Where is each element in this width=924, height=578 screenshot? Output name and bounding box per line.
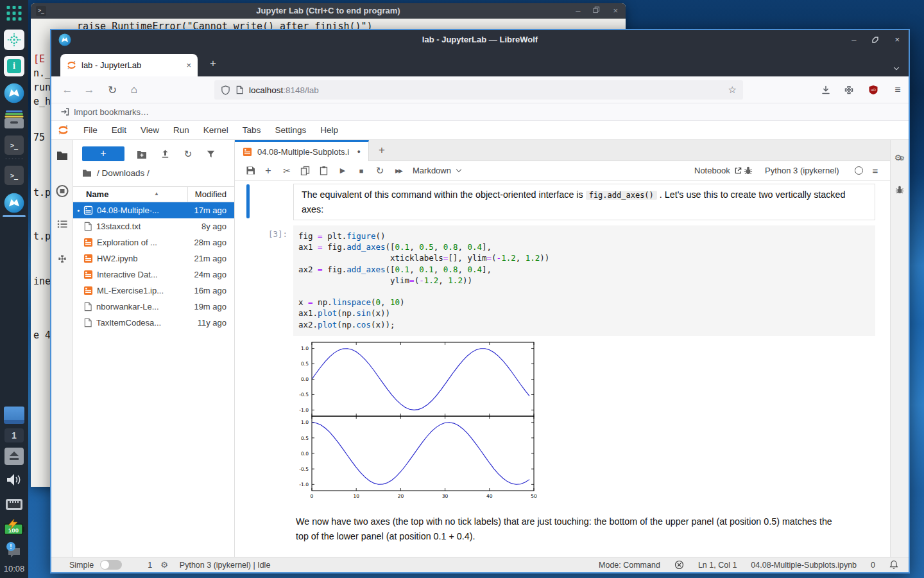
file-row[interactable]: HW2.ipynb21m ago — [73, 250, 234, 267]
browser-titlebar[interactable]: lab - JupyterLab — LibreWolf – × — [51, 30, 909, 49]
home-button[interactable]: ⌂ — [124, 76, 144, 103]
browser-restore-button[interactable] — [871, 36, 879, 44]
browser-minimize-button[interactable]: – — [851, 35, 856, 44]
mode-indicator[interactable]: Mode: Command — [599, 561, 660, 570]
dots-app-icon[interactable] — [4, 30, 24, 50]
add-cell-button[interactable]: + — [261, 161, 276, 180]
bookmarks-bar[interactable]: Import bookmarks… — [51, 103, 909, 121]
volume-icon[interactable] — [6, 473, 22, 487]
copy-cell-button[interactable] — [297, 161, 312, 180]
terminal-close-button[interactable]: × — [613, 6, 618, 15]
file-row[interactable]: ML-Exercise1.ip...16m ago — [73, 283, 234, 299]
kernel-status-circle-icon[interactable] — [855, 166, 863, 175]
running-kernels-tab-icon[interactable] — [55, 184, 69, 198]
notebook-doc-tab[interactable]: 04.08-Multiple-Subplots.i ● — [235, 140, 369, 161]
menu-item-file[interactable]: File — [76, 121, 105, 139]
downloads-icon[interactable] — [816, 76, 835, 103]
breadcrumb[interactable]: / Downloads / — [82, 168, 150, 178]
ublock-origin-icon[interactable]: uO — [864, 76, 883, 103]
tab-list-chevron-icon[interactable] — [894, 60, 898, 72]
code-cell-editor[interactable]: fig = plt.figure()ax1 = fig.add_axes([0.… — [293, 225, 875, 336]
librewolf-launcher-icon[interactable] — [4, 83, 24, 103]
markdown-cell-rendered-2[interactable]: We now have two axes (the top with no ti… — [296, 514, 845, 543]
kernel-name[interactable]: Python 3 (ipykernel) — [765, 161, 839, 180]
running-librewolf-icon[interactable] — [4, 193, 24, 213]
property-inspector-gears-icon[interactable]: ⚙⚙ — [894, 152, 905, 163]
menu-item-tabs[interactable]: Tabs — [235, 121, 268, 139]
info-app-icon[interactable]: i — [4, 56, 24, 76]
browser-close-button[interactable]: × — [894, 35, 900, 44]
upload-button[interactable] — [157, 146, 173, 161]
cell-type-dropdown[interactable]: Markdown — [413, 161, 461, 180]
eject-icon[interactable] — [4, 448, 24, 465]
terminal-minimize-button[interactable]: – — [576, 6, 580, 15]
kernel-sessions-icon[interactable]: ⚙ — [160, 560, 168, 570]
import-bookmarks-label[interactable]: Import bookmarks… — [74, 107, 149, 117]
notebook-view-switch[interactable]: Notebook — [694, 161, 742, 180]
running-terminal-icon[interactable]: >_ — [4, 166, 24, 185]
file-manager-icon[interactable] — [4, 110, 24, 129]
menu-item-help[interactable]: Help — [313, 121, 345, 139]
workspace-pager-icon[interactable] — [4, 407, 24, 424]
simple-mode-toggle[interactable] — [100, 560, 122, 570]
file-row[interactable]: nborwankar-Le...19m ago — [73, 299, 234, 315]
file-row[interactable]: Exploration of ...28m ago — [73, 234, 234, 250]
menu-item-settings[interactable]: Settings — [268, 121, 313, 139]
terminal-titlebar[interactable]: >_ Jupyter Lab (Ctrl+C to end program) –… — [31, 3, 626, 19]
reload-button[interactable]: ↻ — [103, 76, 122, 103]
new-launcher-button[interactable]: + — [82, 146, 124, 161]
battery-icon[interactable]: 100 — [4, 519, 24, 536]
paste-cell-button[interactable] — [316, 161, 331, 180]
url-text[interactable]: localhost:8148/lab — [249, 85, 723, 95]
app-menu-icon[interactable]: ≡ — [888, 76, 907, 103]
workspace-number[interactable]: 1 — [4, 428, 24, 442]
debugger-bug-icon[interactable] — [740, 161, 756, 180]
new-tab-button[interactable]: + — [205, 56, 221, 71]
restart-run-all-button[interactable]: ▶▶ — [391, 161, 406, 180]
menu-item-kernel[interactable]: Kernel — [196, 121, 235, 139]
refresh-file-list-button[interactable]: ↻ — [180, 146, 196, 161]
debugger-tab-bug-icon[interactable] — [895, 185, 904, 195]
file-row[interactable]: ●04.08-Multiple-...17m ago — [73, 202, 234, 218]
toolbar-overflow-icon[interactable]: ≡ — [868, 161, 883, 180]
app-grid-icon[interactable] — [6, 5, 22, 21]
file-row[interactable]: Interactive Dat...24m ago — [73, 267, 234, 283]
terminal-launcher-icon[interactable]: >_ — [4, 136, 24, 155]
bell-icon[interactable] — [889, 560, 898, 570]
new-doc-tab-button[interactable]: + — [374, 143, 389, 158]
bookmark-star-icon[interactable]: ☆ — [728, 84, 737, 96]
save-button[interactable] — [243, 161, 258, 180]
new-folder-button[interactable] — [134, 146, 150, 161]
notification-icon[interactable]: ! — [5, 541, 23, 558]
menu-item-edit[interactable]: Edit — [105, 121, 133, 139]
circle-x-icon[interactable] — [674, 560, 684, 570]
file-row[interactable]: 13staxcd.txt8y ago — [73, 218, 234, 234]
menu-item-view[interactable]: View — [133, 121, 166, 139]
filter-files-button[interactable] — [203, 146, 218, 161]
kernel-status-text[interactable]: Python 3 (ipykernel) | Idle — [180, 561, 271, 570]
extensions-puzzle-icon[interactable] — [839, 76, 859, 103]
extension-manager-tab-icon[interactable] — [57, 254, 67, 264]
file-list-header[interactable]: Name ▲ Modified — [73, 186, 234, 202]
url-bar[interactable]: localhost:8148/lab ☆ — [214, 80, 743, 100]
network-icon[interactable] — [5, 497, 23, 512]
file-browser-tab-icon[interactable] — [56, 150, 68, 161]
restart-kernel-button[interactable]: ↻ — [372, 161, 388, 180]
active-cell-indicator[interactable] — [246, 184, 250, 218]
sort-ascending-icon[interactable]: ▲ — [154, 191, 159, 197]
shield-icon[interactable] — [221, 85, 230, 95]
taskbar-clock[interactable]: 10:08 — [4, 564, 25, 574]
page-info-icon[interactable] — [235, 85, 244, 94]
browser-tab[interactable]: lab - JupyterLab × — [60, 54, 198, 76]
cut-cell-button[interactable]: ✂ — [279, 161, 295, 180]
tab-close-icon[interactable]: × — [186, 60, 191, 70]
back-button[interactable]: ← — [58, 76, 77, 103]
table-of-contents-tab-icon[interactable] — [57, 220, 67, 229]
file-row[interactable]: TaxItemCodesa...11y ago — [73, 315, 234, 331]
forward-button[interactable]: → — [80, 76, 99, 103]
cursor-position[interactable]: Ln 1, Col 1 — [698, 561, 737, 570]
notification-count[interactable]: 0 — [871, 561, 875, 570]
stop-kernel-button[interactable]: ■ — [354, 161, 369, 180]
menu-item-run[interactable]: Run — [166, 121, 196, 139]
terminal-restore-button[interactable] — [593, 6, 600, 15]
